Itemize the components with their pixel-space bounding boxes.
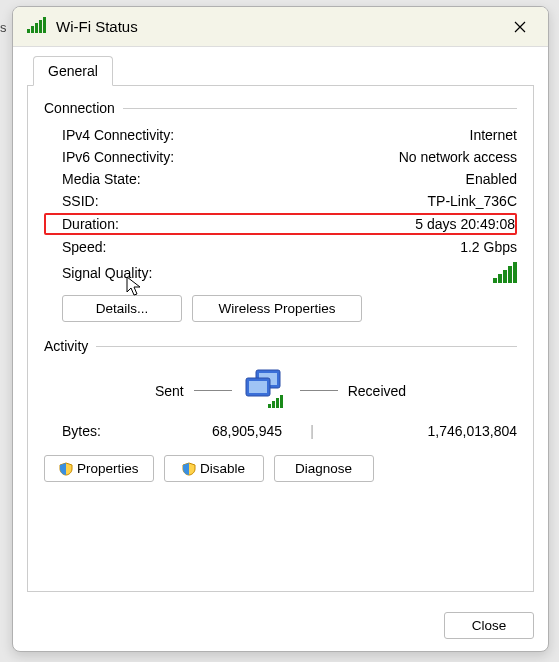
activity-group: Activity Sent bbox=[44, 338, 517, 482]
signal-quality-label: Signal Quality: bbox=[62, 265, 152, 281]
divider bbox=[194, 390, 232, 391]
connection-group-label: Connection bbox=[44, 100, 115, 116]
svg-rect-5 bbox=[272, 401, 275, 408]
bytes-separator: | bbox=[282, 423, 342, 439]
svg-rect-4 bbox=[268, 404, 271, 408]
svg-rect-6 bbox=[276, 398, 279, 408]
divider bbox=[300, 390, 338, 391]
received-label: Received bbox=[348, 383, 406, 399]
ipv6-value: No network access bbox=[399, 149, 517, 165]
wifi-status-window: Wi-Fi Status General Connection IPv4 Con… bbox=[12, 6, 549, 652]
ssid-label: SSID: bbox=[62, 193, 99, 209]
shield-icon bbox=[59, 462, 73, 476]
divider bbox=[123, 108, 517, 109]
details-button[interactable]: Details... bbox=[62, 295, 182, 322]
ipv4-value: Internet bbox=[470, 127, 517, 143]
signal-bars-icon bbox=[493, 262, 517, 283]
svg-rect-7 bbox=[280, 395, 283, 408]
ipv4-label: IPv4 Connectivity: bbox=[62, 127, 174, 143]
connection-group: Connection IPv4 Connectivity: Internet I… bbox=[44, 100, 517, 328]
close-icon bbox=[514, 21, 526, 33]
network-monitors-icon bbox=[242, 368, 290, 413]
duration-label: Duration: bbox=[62, 216, 119, 232]
wireless-properties-button[interactable]: Wireless Properties bbox=[192, 295, 362, 322]
bytes-sent-value: 68,905,945 bbox=[142, 423, 282, 439]
media-state-label: Media State: bbox=[62, 171, 141, 187]
properties-button-label: Properties bbox=[77, 461, 139, 476]
svg-rect-3 bbox=[249, 381, 267, 393]
activity-flow: Sent bbox=[44, 362, 517, 415]
window-title: Wi-Fi Status bbox=[56, 18, 138, 35]
close-window-button[interactable] bbox=[502, 13, 538, 41]
ipv6-label: IPv6 Connectivity: bbox=[62, 149, 174, 165]
bytes-received-value: 1,746,013,804 bbox=[342, 423, 517, 439]
close-button[interactable]: Close bbox=[444, 612, 534, 639]
bytes-label: Bytes: bbox=[62, 423, 142, 439]
speed-row: Speed: 1.2 Gbps bbox=[44, 236, 517, 258]
shield-icon bbox=[182, 462, 196, 476]
tab-content: Connection IPv4 Connectivity: Internet I… bbox=[27, 86, 534, 592]
divider bbox=[96, 346, 517, 347]
ssid-value: TP-Link_736C bbox=[428, 193, 518, 209]
titlebar: Wi-Fi Status bbox=[13, 7, 548, 47]
speed-value: 1.2 Gbps bbox=[460, 239, 517, 255]
bytes-row: Bytes: 68,905,945 | 1,746,013,804 bbox=[44, 415, 517, 443]
tab-general[interactable]: General bbox=[33, 56, 113, 86]
background-fragment: s bbox=[0, 20, 10, 35]
duration-value: 5 days 20:49:08 bbox=[415, 216, 515, 232]
wifi-icon bbox=[27, 17, 46, 36]
disable-button[interactable]: Disable bbox=[164, 455, 264, 482]
activity-group-label: Activity bbox=[44, 338, 88, 354]
disable-button-label: Disable bbox=[200, 461, 245, 476]
diagnose-button[interactable]: Diagnose bbox=[274, 455, 374, 482]
media-state-row: Media State: Enabled bbox=[44, 168, 517, 190]
duration-row: Duration: 5 days 20:49:08 bbox=[44, 213, 517, 235]
ipv4-row: IPv4 Connectivity: Internet bbox=[44, 124, 517, 146]
speed-label: Speed: bbox=[62, 239, 106, 255]
media-state-value: Enabled bbox=[466, 171, 517, 187]
properties-button[interactable]: Properties bbox=[44, 455, 154, 482]
signal-quality-row: Signal Quality: bbox=[44, 258, 517, 287]
ipv6-row: IPv6 Connectivity: No network access bbox=[44, 146, 517, 168]
sent-label: Sent bbox=[155, 383, 184, 399]
tabstrip: General bbox=[27, 55, 534, 86]
ssid-row: SSID: TP-Link_736C bbox=[44, 190, 517, 212]
